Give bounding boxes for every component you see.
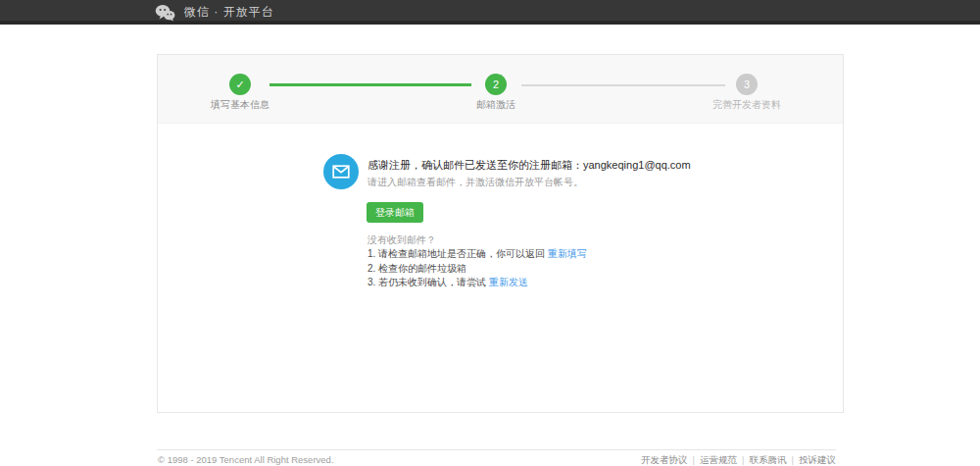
email-icon bbox=[323, 154, 359, 189]
app-header: 微信 · 开放平台 bbox=[0, 0, 980, 25]
step-2-indicator: 2 bbox=[485, 74, 507, 95]
list-item: 2. 检查你的邮件垃圾箱 bbox=[368, 262, 587, 277]
progress-line-active bbox=[270, 83, 471, 86]
activation-hint: 请进入邮箱查看邮件，并激活微信开放平台帐号。 bbox=[368, 176, 583, 189]
confirmation-message-text: 感谢注册，确认邮件已发送至你的注册邮箱： bbox=[368, 159, 583, 171]
separator: | bbox=[688, 454, 700, 465]
list-item-text: 1. 请检查邮箱地址是否正确，你可以返回 bbox=[368, 248, 548, 259]
footer-divider bbox=[157, 449, 836, 450]
step-3-label: 完善开发者资料 bbox=[678, 98, 815, 112]
step-2-label: 邮箱激活 bbox=[427, 98, 564, 112]
page-title: 微信 · 开放平台 bbox=[184, 4, 274, 21]
header-brand[interactable]: 微信 · 开放平台 bbox=[155, 0, 274, 25]
contact-tencent-link[interactable]: 联系腾讯 bbox=[750, 454, 787, 465]
progress-stepper: ✓ 2 3 填写基本信息 邮箱激活 完善开发者资料 bbox=[158, 55, 843, 124]
resend-link[interactable]: 重新发送 bbox=[489, 277, 528, 287]
step-3-indicator: 3 bbox=[736, 74, 758, 95]
progress-line-inactive bbox=[521, 84, 725, 86]
operation-rules-link[interactable]: 运营规范 bbox=[700, 454, 737, 465]
wechat-logo-icon bbox=[155, 4, 175, 22]
footer-links: 开发者协议|运营规范|联系腾讯|投诉建议 bbox=[157, 454, 836, 466]
list-item: 1. 请检查邮箱地址是否正确，你可以返回 重新填写 bbox=[368, 247, 587, 262]
troubleshoot-list: 1. 请检查邮箱地址是否正确，你可以返回 重新填写 2. 检查你的邮件垃圾箱 3… bbox=[368, 247, 587, 290]
login-mailbox-button[interactable]: 登录邮箱 bbox=[367, 202, 423, 223]
registered-email: yangkeqing1@qq.com bbox=[583, 159, 691, 171]
developer-agreement-link[interactable]: 开发者协议 bbox=[641, 454, 688, 465]
list-item: 3. 若仍未收到确认，请尝试 重新发送 bbox=[368, 276, 587, 290]
no-email-heading: 没有收到邮件？ bbox=[368, 233, 436, 247]
confirmation-message: 感谢注册，确认邮件已发送至你的注册邮箱：yangkeqing1@qq.com bbox=[368, 158, 691, 173]
separator: | bbox=[737, 454, 749, 465]
registration-card: ✓ 2 3 填写基本信息 邮箱激活 完善开发者资料 感谢注册，确认邮件已发送至你… bbox=[157, 54, 844, 413]
refill-link[interactable]: 重新填写 bbox=[548, 248, 587, 259]
step-1-label: 填写基本信息 bbox=[172, 98, 309, 112]
step-1-indicator-check-icon: ✓ bbox=[229, 74, 251, 95]
complaint-link[interactable]: 投诉建议 bbox=[799, 454, 836, 465]
list-item-text: 3. 若仍未收到确认，请尝试 bbox=[368, 277, 489, 287]
separator: | bbox=[787, 454, 799, 465]
list-item-text: 2. 检查你的邮件垃圾箱 bbox=[368, 263, 466, 274]
